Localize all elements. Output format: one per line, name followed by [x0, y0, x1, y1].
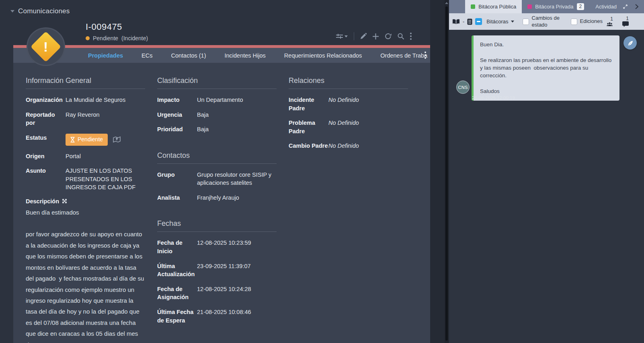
field-asunto: Asunto AJUSTE EN LOS DATOS PRESENTADOS E… — [26, 167, 145, 192]
field-label: Última Fecha de Espera — [157, 308, 197, 324]
ticket-status-text: Pendiente — [93, 35, 118, 41]
reporter-link[interactable]: Ray Reveron — [66, 111, 145, 127]
edit-button[interactable] — [360, 33, 367, 39]
add-comment-button[interactable] — [623, 36, 637, 50]
plus-icon — [373, 33, 379, 39]
filter-button[interactable] — [336, 33, 348, 39]
speech-bubble-icon — [622, 21, 629, 27]
state-changes-checkbox[interactable] — [523, 19, 529, 25]
checkbox-label: Cambios de estado — [532, 15, 562, 28]
search-icon — [398, 33, 404, 39]
scrollbar-thumb[interactable] — [445, 6, 448, 341]
ticket-subtitle: Pendiente (Incidente) — [86, 35, 148, 41]
field-analista: Analista Franjhely Araujo — [157, 194, 277, 202]
log-entries: CNS Buen Dia. Se realizaron las pruebas … — [449, 30, 644, 343]
more-button[interactable] — [410, 33, 412, 40]
field-fecha-inicio: Fecha de Inicio 12-08-2025 10:23:59 — [157, 239, 277, 255]
scroll-up-arrow-icon[interactable] — [445, 2, 448, 4]
organization-link[interactable]: La Mundial de Seguros — [66, 96, 145, 104]
field-origen: Origen Portal — [26, 152, 145, 161]
field-ultima-actualizacion: Última Actualización 23-09-2025 11:39:07 — [157, 262, 277, 279]
field-label: Analista — [157, 194, 197, 202]
log-panel: Bitácora Pública Bitácora Privada 2 Acti… — [449, 0, 644, 343]
refresh-button[interactable] — [385, 33, 392, 39]
editions-checkbox[interactable] — [571, 19, 577, 25]
journal-icon[interactable] — [467, 19, 472, 25]
field-incidente-padre: Incidente Padre No Definido — [289, 96, 408, 112]
tab-ordenes-de-trabajo[interactable]: Ordenes de Traba — [371, 52, 430, 59]
section-informacion-general: Información General Organización La Mund… — [26, 76, 145, 343]
tab-actividad[interactable]: Actividad — [590, 0, 644, 13]
refresh-icon — [385, 33, 392, 39]
collapse-entries-icon[interactable] — [475, 18, 482, 25]
field-label: Fecha de Asignación — [157, 285, 197, 302]
field-label: Grupo — [157, 171, 197, 187]
avatar-initials: CNS — [458, 85, 468, 90]
field-ultima-fecha-espera: Última Fecha de Espera 21-08-2025 10:08:… — [157, 308, 277, 324]
expand-panel-icon[interactable] — [623, 4, 628, 9]
field-label: Reportado por — [26, 111, 66, 127]
ticket-type-label: (Incidente) — [121, 35, 148, 41]
tab-label: Bitácora Privada — [535, 4, 573, 10]
tab-ecs[interactable]: ECs — [132, 52, 162, 59]
breadcrumb[interactable]: Comunicaciones — [10, 7, 70, 15]
field-value: Un Departamento — [197, 96, 277, 104]
column-info-general: Información General Organización La Mund… — [26, 76, 145, 343]
comments-counter: 1 — [622, 16, 629, 27]
workflow-map-icon[interactable] — [113, 136, 121, 143]
filter-icon — [336, 33, 343, 39]
description-header: Descripción — [26, 198, 145, 205]
field-label: Última Actualización — [157, 262, 197, 279]
participants-counter: 1 — [606, 17, 613, 27]
bitacoras-dropdown[interactable]: Bitácoras — [486, 19, 514, 25]
editions-filter: Ediciones — [571, 18, 603, 25]
field-value: 23-09-2025 11:39:07 — [197, 262, 277, 279]
field-value: Baja — [197, 125, 277, 134]
search-button[interactable] — [398, 33, 404, 39]
field-value: Baja — [197, 111, 277, 119]
field-label: Estatus — [26, 134, 66, 146]
ticket-id: I-009475 — [86, 22, 148, 32]
people-icon — [606, 22, 613, 27]
toolbar-divider — [354, 32, 354, 40]
vertical-ellipsis-icon — [425, 52, 426, 59]
main-scrollbar[interactable] — [445, 0, 449, 343]
status-badge[interactable]: Pendiente — [66, 134, 108, 146]
tab-incidentes-hijos[interactable]: Incidentes Hijos — [215, 52, 275, 59]
main-ticket-region: Comunicaciones I-009475 Pendiente (Incid… — [0, 0, 430, 343]
status-dot-icon — [86, 36, 90, 40]
expand-description-icon[interactable] — [62, 198, 67, 204]
section-contactos: Contactos Grupo Grupo resolutor core SIS… — [157, 151, 277, 202]
public-log-color-icon — [471, 4, 475, 9]
app: Comunicaciones I-009475 Pendiente (Incid… — [0, 0, 644, 343]
description-paragraph: por favor agradezco de su apoyo en cuant… — [26, 229, 145, 343]
comment-line: Saludos — [480, 88, 613, 95]
ticket-toolbar — [336, 32, 412, 40]
field-cambio-padre: Cambio Padre No Definido — [289, 142, 408, 150]
field-label: Origen — [26, 152, 66, 161]
log-comment-bubble: Buen Dia. Se realizaron las pruebas en e… — [472, 35, 619, 101]
group-link[interactable]: Grupo resolutor core SISIP y aplicacione… — [197, 171, 277, 187]
tab-label: Bitácora Pública — [478, 4, 516, 10]
ticket-title-block: I-009475 Pendiente (Incidente) — [86, 22, 148, 41]
tab-bitacora-publica[interactable]: Bitácora Pública — [465, 0, 522, 13]
field-value: No Definido — [328, 119, 408, 135]
tab-requerimientos-relacionados[interactable]: Requerimientos Relacionados — [275, 52, 371, 59]
collapse-caret-icon[interactable] — [10, 10, 14, 12]
section-title: Clasificación — [157, 76, 277, 89]
tabs-overflow-button[interactable] — [425, 52, 426, 60]
tab-bitacora-privada[interactable]: Bitácora Privada 2 — [522, 0, 590, 13]
analyst-link[interactable]: Franjhely Araujo — [197, 194, 277, 202]
add-button[interactable] — [373, 33, 379, 39]
field-label: Cambio Padre — [289, 142, 328, 150]
avatar[interactable]: CNS — [456, 81, 470, 94]
section-title: Fechas — [157, 219, 277, 232]
field-value: No Definido — [328, 142, 408, 150]
open-book-icon[interactable] — [452, 19, 460, 25]
collapse-panel-chevron-icon[interactable] — [635, 4, 638, 9]
field-impacto: Impacto Un Departamento — [157, 96, 277, 104]
tab-contactos[interactable]: Contactos (1) — [162, 52, 215, 59]
comment-line: Se realizaron las pruebas en el ambiente… — [480, 57, 613, 80]
ticket-card: Propiedades ECs Contactos (1) Incidentes… — [13, 45, 430, 343]
tab-propiedades[interactable]: Propiedades — [79, 52, 132, 59]
